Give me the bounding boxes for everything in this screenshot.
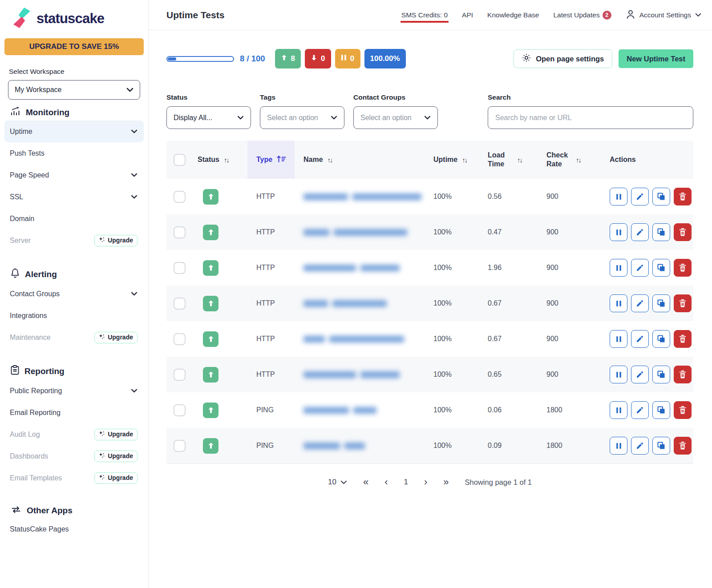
duplicate-test-button[interactable]	[652, 188, 670, 205]
status-filter-select[interactable]: Display All...	[166, 106, 251, 129]
duplicate-test-button[interactable]	[652, 366, 670, 383]
sidebar-item-email-reporting[interactable]: Email Reporting	[4, 402, 144, 423]
duplicate-test-button[interactable]	[652, 401, 670, 419]
header-name[interactable]: Name ↑↓	[295, 156, 433, 164]
upgrade-badge[interactable]: Upgrade	[94, 429, 138, 440]
test-name-redacted[interactable]	[303, 407, 433, 414]
last-page-button[interactable]: »	[443, 477, 449, 487]
header-status[interactable]: Status ↑↓	[198, 156, 247, 164]
sidebar-item-email-templates[interactable]: Email Templates Upgrade	[4, 467, 144, 489]
duplicate-test-button[interactable]	[652, 259, 670, 277]
upgrade-to-save-button[interactable]: UPGRADE TO SAVE 15%	[4, 38, 144, 55]
edit-test-button[interactable]	[631, 259, 649, 277]
header-check-rate[interactable]: Check Rate ↑↓	[546, 151, 610, 169]
delete-test-button[interactable]	[674, 330, 692, 348]
sidebar-item-integrations[interactable]: Integrations	[4, 305, 144, 326]
select-all-checkbox[interactable]	[174, 154, 186, 166]
delete-test-button[interactable]	[674, 294, 692, 312]
pause-test-button[interactable]	[610, 401, 627, 419]
row-checkbox[interactable]	[174, 191, 186, 203]
row-checkbox[interactable]	[174, 298, 186, 310]
sidebar-item-contact-groups[interactable]: Contact Groups	[4, 283, 144, 305]
row-checkbox[interactable]	[174, 226, 186, 238]
row-checkbox[interactable]	[174, 440, 186, 452]
edit-test-button[interactable]	[631, 223, 649, 241]
header-type[interactable]: Type	[247, 141, 295, 179]
pause-test-button[interactable]	[610, 188, 627, 205]
page-size-select[interactable]: 10	[328, 478, 347, 487]
test-name-redacted[interactable]	[303, 371, 433, 378]
logo[interactable]: statuscake	[4, 4, 144, 35]
sidebar-item-push-tests[interactable]: Push Tests	[4, 142, 144, 164]
upgrade-badge[interactable]: Upgrade	[94, 472, 138, 484]
sidebar-item-page-speed[interactable]: Page Speed	[4, 164, 144, 186]
test-name-redacted[interactable]	[303, 443, 433, 449]
sidebar-item-public-reporting[interactable]: Public Reporting	[4, 380, 144, 402]
api-link[interactable]: API	[462, 11, 473, 19]
section-alerting: Alerting	[4, 268, 144, 283]
search-input[interactable]	[488, 106, 693, 129]
duplicate-test-button[interactable]	[652, 437, 670, 455]
delete-test-button[interactable]	[674, 223, 692, 241]
upgrade-badge[interactable]: Upgrade	[94, 332, 138, 343]
delete-test-button[interactable]	[674, 188, 692, 205]
pause-test-button[interactable]	[610, 330, 627, 348]
edit-test-button[interactable]	[631, 437, 649, 455]
contact-groups-filter-select[interactable]: Select an option	[353, 106, 438, 129]
test-name-redacted[interactable]	[303, 193, 433, 200]
test-name-redacted[interactable]	[303, 229, 433, 236]
paused-counter[interactable]: 0	[335, 49, 360, 68]
pause-test-button[interactable]	[610, 223, 627, 241]
previous-page-button[interactable]: ‹	[384, 477, 388, 487]
edit-test-button[interactable]	[631, 330, 649, 348]
current-page[interactable]: 1	[404, 478, 408, 487]
header-load-time[interactable]: Load Time ↑↓	[488, 151, 546, 169]
up-counter[interactable]: 8	[275, 49, 301, 68]
sidebar-item-uptime[interactable]: Uptime	[4, 121, 144, 142]
pause-test-button[interactable]	[610, 366, 627, 383]
uptime-percent-badge[interactable]: 100.00%	[364, 49, 406, 68]
upgrade-badge[interactable]: Upgrade	[94, 451, 138, 462]
edit-test-button[interactable]	[631, 188, 649, 205]
sidebar-item-server[interactable]: Server Upgrade	[4, 230, 144, 251]
delete-test-button[interactable]	[674, 259, 692, 277]
new-uptime-test-button[interactable]: New Uptime Test	[619, 49, 693, 68]
tags-filter-select[interactable]: Select an option	[260, 106, 344, 129]
first-page-button[interactable]: «	[363, 477, 368, 487]
sidebar-item-audit-log[interactable]: Audit Log Upgrade	[4, 423, 144, 445]
account-settings-menu[interactable]: Account Settings	[626, 9, 701, 21]
pause-test-button[interactable]	[610, 259, 627, 277]
row-checkbox[interactable]	[174, 369, 186, 381]
test-name-redacted[interactable]	[303, 336, 433, 342]
pause-test-button[interactable]	[610, 294, 627, 312]
row-checkbox[interactable]	[174, 262, 186, 274]
edit-test-button[interactable]	[631, 401, 649, 419]
duplicate-test-button[interactable]	[652, 223, 670, 241]
header-uptime[interactable]: Uptime ↑↓	[433, 156, 488, 164]
duplicate-test-button[interactable]	[652, 330, 670, 348]
down-counter[interactable]: 0	[305, 49, 331, 68]
sidebar-item-dashboards[interactable]: Dashboards Upgrade	[4, 445, 144, 467]
sidebar-item-domain[interactable]: Domain	[4, 208, 144, 230]
row-checkbox[interactable]	[174, 333, 186, 345]
test-name-redacted[interactable]	[303, 265, 433, 271]
next-page-button[interactable]: ›	[424, 477, 427, 487]
sms-credits-link[interactable]: SMS Credits: 0	[401, 11, 448, 19]
test-name-redacted[interactable]	[303, 300, 433, 307]
duplicate-test-button[interactable]	[652, 294, 670, 312]
sidebar-item-ssl[interactable]: SSL	[4, 186, 144, 208]
delete-test-button[interactable]	[674, 366, 692, 383]
delete-test-button[interactable]	[674, 401, 692, 419]
upgrade-badge[interactable]: Upgrade	[94, 235, 138, 246]
workspace-select[interactable]: My Workspace	[8, 80, 140, 100]
knowledge-base-link[interactable]: Knowledge Base	[487, 11, 539, 19]
row-checkbox[interactable]	[174, 404, 186, 416]
delete-test-button[interactable]	[674, 437, 692, 455]
edit-test-button[interactable]	[631, 294, 649, 312]
sidebar-item-statuscake-pages[interactable]: StatusCake Pages	[4, 518, 144, 540]
open-page-settings-button[interactable]: Open page settings	[514, 49, 612, 68]
edit-test-button[interactable]	[631, 366, 649, 383]
sidebar-item-maintenance[interactable]: Maintenance Upgrade	[4, 326, 144, 348]
pause-test-button[interactable]	[610, 437, 627, 455]
latest-updates-link[interactable]: Latest Updates 2	[553, 11, 611, 20]
